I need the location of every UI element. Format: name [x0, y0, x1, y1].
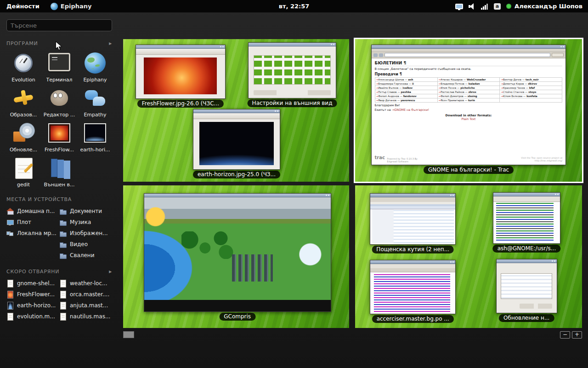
window-thumbnail[interactable]: [496, 259, 557, 313]
workspace-switcher-handle[interactable]: [123, 331, 134, 338]
activities-button[interactable]: Дейности: [0, 0, 46, 12]
list-item[interactable]: Свалени: [59, 251, 112, 259]
list-item-icon: [59, 313, 67, 320]
window-thumbnail[interactable]: [193, 109, 280, 170]
app-item[interactable]: Редактор ...: [42, 86, 76, 118]
back-icon: [373, 53, 378, 57]
app-item[interactable]: Външен в...: [42, 155, 76, 188]
list-item-icon: [6, 230, 14, 237]
app-item[interactable]: earth-hori...: [78, 121, 112, 153]
app-item[interactable]: Образов...: [6, 86, 40, 118]
list-item-label: Плот: [17, 219, 31, 225]
workspace-3[interactable]: GCompris: [123, 185, 349, 328]
status-icon-area: [455, 3, 501, 10]
input-method-icon[interactable]: [494, 3, 501, 10]
list-item[interactable]: gnome-shel...: [6, 279, 59, 288]
app-icon: [11, 86, 36, 110]
programs-title: ПРОГРАМИ: [6, 40, 38, 46]
list-item[interactable]: earth-horizo...: [6, 301, 59, 310]
app-icon: [47, 121, 72, 145]
list-item[interactable]: Документи: [59, 207, 112, 215]
window-title-label: Настройки на външния вид: [248, 99, 337, 107]
window-thumbnail[interactable]: [248, 42, 336, 98]
list-item-label: anjuta.mast...: [70, 302, 108, 309]
user-name: Александър Шопов: [514, 3, 582, 10]
app-item[interactable]: Evolution: [6, 51, 40, 83]
app-item[interactable]: Обновле...: [6, 121, 40, 153]
list-item-label: gnome-shel...: [17, 280, 55, 287]
window-titlebar: [144, 194, 331, 197]
places-list: Домашна п... Плот Локална мр... Документ…: [6, 207, 112, 259]
window-content: [144, 197, 331, 311]
places-col1: Домашна п... Плот Локална мр...: [6, 207, 59, 259]
clock[interactable]: вт, 22:57: [279, 3, 310, 10]
workspace-4[interactable]: Пощенска кутия (2 неп...ash@GNOME:/usr/s…: [355, 185, 582, 328]
search-input[interactable]: [6, 19, 112, 31]
browser-menubar: [372, 49, 566, 52]
window-thumbnail[interactable]: [493, 192, 560, 244]
list-item-label: nautilus.mas...: [70, 313, 110, 320]
workspace-2[interactable]: БЮЛЕТИНИ ¶В секция „Бюлетини“ са периоди…: [355, 39, 582, 182]
list-item[interactable]: anjuta.mast...: [59, 301, 112, 310]
list-item[interactable]: FreshFlower...: [6, 290, 59, 299]
list-item-label: Видео: [70, 241, 88, 247]
network-signal-icon[interactable]: [481, 3, 489, 10]
list-item-icon: [6, 207, 14, 215]
go-button: [552, 53, 564, 57]
display-icon[interactable]: [455, 4, 463, 9]
app-label: gedit: [17, 182, 30, 188]
workspace-1[interactable]: FreshFlower.jpg-26.0 (ЧЗС...Настройки на…: [123, 39, 349, 182]
list-item-label: Документи: [70, 208, 102, 214]
window-title-label: GNOME на български! - Trac: [424, 166, 514, 174]
list-item-icon: [59, 207, 67, 215]
list-item-label: Домашна п...: [17, 208, 55, 214]
list-item-icon: [59, 241, 67, 248]
list-item[interactable]: orca.master....: [59, 290, 112, 299]
list-item-icon: [59, 218, 67, 226]
list-item[interactable]: nautilus.mas...: [59, 312, 112, 321]
volume-icon[interactable]: [468, 3, 476, 10]
list-item[interactable]: evolution.m...: [6, 312, 59, 321]
online-status-icon: [506, 4, 511, 9]
app-label: earth-hori...: [80, 147, 110, 153]
list-item[interactable]: Музика: [59, 218, 112, 226]
app-item[interactable]: FreshFlow...: [42, 121, 76, 153]
list-item[interactable]: Изображен...: [59, 229, 112, 237]
app-item[interactable]: gedit: [6, 155, 40, 188]
list-item-label: Музика: [70, 219, 91, 225]
app-label: Редактор ...: [44, 112, 75, 118]
list-item[interactable]: Домашна п...: [6, 207, 59, 215]
app-item[interactable]: Epiphany: [78, 51, 112, 83]
programs-expand-arrow-icon[interactable]: ▸: [109, 40, 112, 46]
list-item-icon: [59, 252, 67, 259]
window-titlebar: [497, 259, 557, 263]
list-item[interactable]: weather-loc...: [59, 279, 112, 288]
window-titlebar: [370, 260, 455, 264]
app-item[interactable]: Терминал: [42, 51, 76, 83]
recent-expand-arrow-icon[interactable]: ▸: [109, 268, 112, 275]
window-thumbnail[interactable]: [144, 193, 331, 312]
user-menu[interactable]: Александър Шопов: [506, 3, 582, 10]
list-item-icon: [6, 218, 14, 226]
window-thumbnail[interactable]: [136, 45, 226, 99]
app-menu-button[interactable]: Epiphany: [46, 3, 96, 10]
app-item[interactable]: Empathy: [78, 86, 112, 118]
window-thumbnail[interactable]: БЮЛЕТИНИ ¶В секция „Бюлетини“ са периоди…: [371, 45, 566, 165]
window-thumbnail[interactable]: [370, 193, 456, 245]
list-item-label: Локална мр...: [17, 230, 57, 236]
workspaces-area: FreshFlower.jpg-26.0 (ЧЗС...Настройки на…: [123, 39, 582, 328]
app-icon: [11, 51, 36, 75]
list-item-icon: [6, 280, 14, 287]
top-bar-right: Александър Шопов: [455, 3, 588, 10]
list-item[interactable]: Локална мр...: [6, 229, 59, 237]
list-item[interactable]: Плот: [6, 218, 59, 226]
places-section-header: МЕСТА И УСТРОЙСТВА: [6, 196, 112, 202]
browser-content: БЮЛЕТИНИ ¶В секция „Бюлетини“ са периоди…: [372, 59, 566, 165]
app-label: Външен в...: [44, 182, 74, 188]
add-workspace-button[interactable]: +: [572, 331, 582, 339]
app-icon: [83, 121, 107, 145]
app-icon: [47, 155, 72, 180]
remove-workspace-button[interactable]: −: [560, 331, 570, 339]
list-item[interactable]: Видео: [59, 240, 112, 248]
window-thumbnail[interactable]: [370, 260, 456, 314]
